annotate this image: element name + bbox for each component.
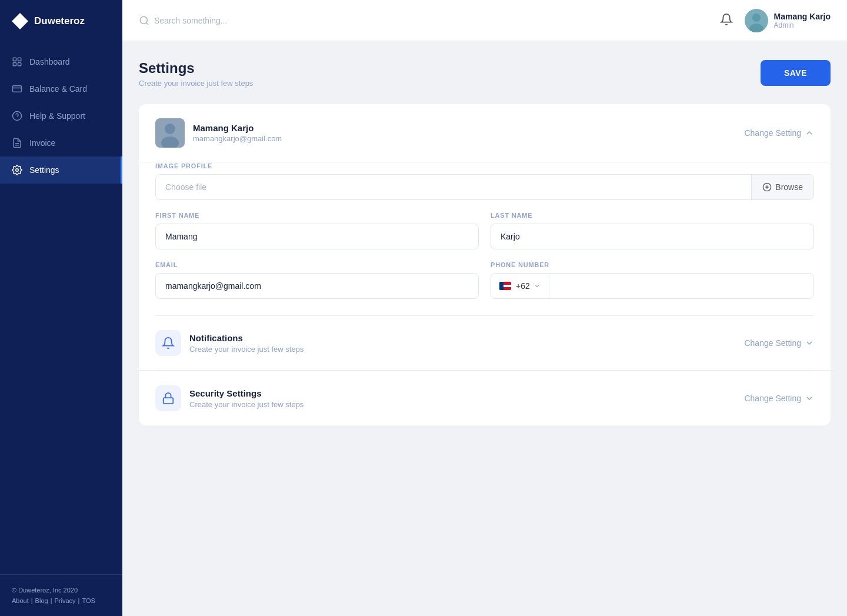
security-title: Security Settings [189, 388, 304, 398]
invoice-icon [12, 138, 22, 148]
upload-icon [762, 182, 772, 192]
email-phone-row: EMAIL PHONE NUMBER +62 [155, 261, 814, 299]
svg-rect-2 [13, 63, 16, 66]
email-input[interactable] [155, 273, 479, 299]
main-content: Mamang Karjo Admin Settings Create your … [122, 0, 847, 616]
settings-icon [12, 165, 22, 175]
chevron-down-notif-icon [805, 338, 814, 348]
sidebar-logo: Duweteroz [0, 0, 122, 42]
content-area: Settings Create your invoice just few st… [122, 41, 847, 616]
svg-rect-4 [13, 86, 22, 92]
security-icon-wrap [155, 385, 181, 411]
phone-country-selector[interactable]: +62 [491, 274, 549, 298]
profile-user-info: Mamang Karjo mamangkarjo@gmail.com [155, 118, 282, 148]
svg-rect-0 [13, 58, 16, 61]
profile-form-section: IMAGE PROFILE Choose file Browse [139, 162, 831, 315]
phone-input-wrapper: +62 [491, 273, 814, 299]
page-header: Settings Create your invoice just few st… [139, 60, 831, 88]
sidebar-nav: Dashboard Balance & Card Help & Support … [0, 42, 122, 574]
user-name: Mamang Karjo [774, 12, 831, 21]
notification-button[interactable] [718, 11, 735, 30]
search-icon [139, 15, 149, 26]
security-change-setting-button[interactable]: Change Setting [744, 394, 814, 403]
lock-icon [162, 392, 175, 405]
file-input-placeholder: Choose file [156, 175, 751, 199]
chevron-up-icon [805, 128, 814, 138]
avatar [745, 9, 768, 32]
phone-field: PHONE NUMBER +62 [491, 261, 814, 299]
sidebar-item-dashboard[interactable]: Dashboard [0, 48, 122, 75]
last-name-label: LAST NAME [491, 212, 814, 219]
chevron-down-security-icon [805, 394, 814, 403]
sidebar-item-settings[interactable]: Settings [0, 157, 122, 184]
notifications-change-setting-button[interactable]: Change Setting [744, 338, 814, 348]
first-name-label: FIRST NAME [155, 212, 479, 219]
copyright-text: © Duweteroz, Inc 2020 [12, 587, 111, 594]
last-name-input[interactable] [491, 224, 814, 249]
notifications-section: Notifications Create your invoice just f… [139, 316, 831, 371]
profile-avatar [155, 118, 185, 148]
svg-rect-1 [18, 58, 21, 61]
sidebar-item-help-support[interactable]: Help & Support [0, 102, 122, 129]
settings-card: Mamang Karjo mamangkarjo@gmail.com Chang… [139, 104, 831, 425]
svg-point-17 [165, 124, 175, 134]
email-field: EMAIL [155, 261, 479, 299]
sidebar: Duweteroz Dashboard Balance & Card Help … [0, 0, 122, 616]
svg-point-11 [140, 16, 147, 24]
phone-label: PHONE NUMBER [491, 261, 814, 268]
chevron-down-icon [533, 282, 541, 289]
page-title: Settings [139, 60, 253, 76]
profile-name: Mamang Karjo [193, 123, 282, 133]
svg-rect-22 [164, 398, 174, 404]
notifications-title: Notifications [189, 333, 304, 343]
svg-rect-3 [18, 63, 21, 66]
header-right: Mamang Karjo Admin [718, 9, 831, 32]
profile-change-setting-button[interactable]: Change Setting [744, 128, 814, 138]
name-row: FIRST NAME LAST NAME [155, 212, 814, 249]
first-name-field: FIRST NAME [155, 212, 479, 249]
profile-section-header: Mamang Karjo mamangkarjo@gmail.com Chang… [139, 104, 831, 162]
search-input[interactable] [154, 16, 331, 25]
security-info: Security Settings Create your invoice ju… [155, 385, 304, 411]
sidebar-label-settings: Settings [29, 165, 59, 175]
user-role: Admin [774, 21, 831, 29]
flag-icon [499, 282, 511, 290]
dashboard-icon [12, 56, 22, 67]
sidebar-label-balance-card: Balance & Card [29, 84, 87, 94]
bell-section-icon [162, 337, 175, 349]
sidebar-item-balance-card[interactable]: Balance & Card [0, 75, 122, 102]
profile-name-email: Mamang Karjo mamangkarjo@gmail.com [193, 123, 282, 143]
profile-header-row: Mamang Karjo mamangkarjo@gmail.com Chang… [155, 118, 814, 148]
first-name-input[interactable] [155, 224, 479, 249]
profile-avatar-image [155, 118, 185, 148]
footer-link-about[interactable]: About [12, 597, 29, 604]
page-subtitle: Create your invoice just few steps [139, 79, 253, 88]
security-subtitle: Create your invoice just few steps [189, 400, 304, 409]
logo-icon [12, 13, 28, 29]
footer-link-privacy[interactable]: Privacy [55, 597, 76, 604]
security-text: Security Settings Create your invoice ju… [189, 388, 304, 409]
footer-links: About | Blog | Privacy | TOS [12, 597, 111, 604]
notifications-info: Notifications Create your invoice just f… [155, 330, 304, 356]
search-wrapper [139, 15, 708, 26]
security-header-row: Security Settings Create your invoice ju… [155, 385, 814, 411]
svg-point-14 [752, 14, 761, 22]
profile-email: mamangkarjo@gmail.com [193, 134, 282, 143]
notifications-subtitle: Create your invoice just few steps [189, 345, 304, 354]
svg-line-12 [146, 22, 148, 24]
header: Mamang Karjo Admin [122, 0, 847, 41]
browse-button[interactable]: Browse [751, 175, 813, 199]
sidebar-item-invoice[interactable]: Invoice [0, 129, 122, 157]
notifications-icon-wrap [155, 330, 181, 356]
user-info: Mamang Karjo Admin [745, 9, 831, 32]
save-button[interactable]: SAVE [761, 60, 831, 86]
footer-link-tos[interactable]: TOS [82, 597, 95, 604]
footer-link-blog[interactable]: Blog [35, 597, 48, 604]
notifications-header-row: Notifications Create your invoice just f… [155, 330, 814, 356]
image-profile-label: IMAGE PROFILE [155, 162, 814, 169]
page-title-group: Settings Create your invoice just few st… [139, 60, 253, 88]
email-label: EMAIL [155, 261, 479, 268]
app-name: Duweteroz [34, 15, 85, 27]
sidebar-label-invoice: Invoice [29, 138, 55, 148]
phone-number-input[interactable] [549, 274, 813, 298]
